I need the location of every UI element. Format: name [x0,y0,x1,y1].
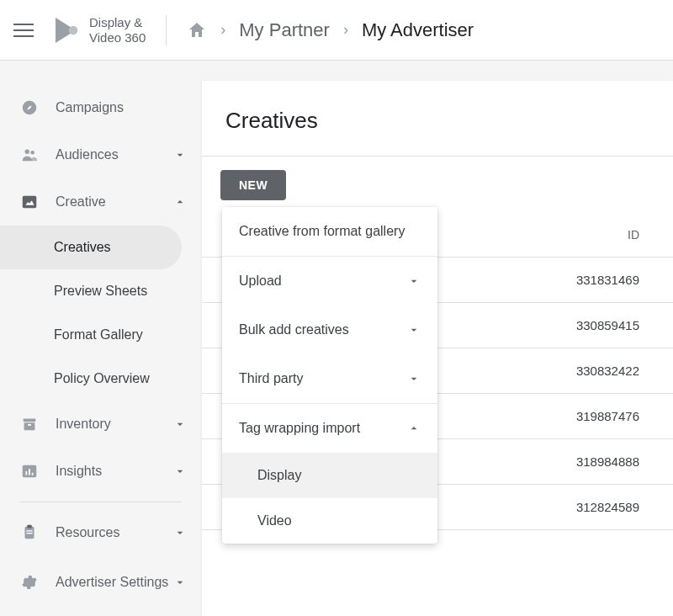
chevron-down-icon [173,576,187,589]
image-icon [20,193,39,211]
compass-icon [20,98,39,117]
sidebar-item-audiences[interactable]: Audiences [0,131,202,178]
menu-item-label: Creative from format gallery [239,224,405,239]
main-content: Creatives NEW Creative from format galle… [202,81,673,616]
svg-rect-6 [24,422,35,430]
sidebar-item-label: Insights [56,464,173,479]
sidebar-subitem-creatives[interactable]: Creatives [0,226,182,269]
new-button[interactable]: NEW [220,170,286,200]
clipboard-icon [20,523,39,542]
svg-rect-11 [32,473,34,475]
menu-item-tag-wrapping[interactable]: Tag wrapping import [222,404,437,453]
page-title: Creatives [202,81,673,157]
people-icon [20,146,39,164]
dv360-logo-icon [50,15,81,45]
chevron-down-icon [407,323,421,337]
menu-item-bulk-add[interactable]: Bulk add creatives [222,305,437,354]
menu-item-format-gallery[interactable]: Creative from format gallery [222,207,437,256]
cell-id: 331831469 [530,273,639,287]
menu-item-label: Bulk add creatives [239,322,349,337]
cell-id: 319887476 [530,409,639,423]
sidebar-item-label: Resources [56,525,173,540]
menu-subitem-video[interactable]: Video [222,498,437,544]
sidebar-item-label: Inventory [56,417,173,432]
sidebar-item-insights[interactable]: Insights [0,448,202,495]
sidebar-item-resources[interactable]: Resources [0,509,202,556]
cell-id: 312824589 [530,500,639,514]
sidebar-subitem-policy-overview[interactable]: Policy Overview [0,357,202,401]
menu-item-upload[interactable]: Upload [222,257,437,305]
svg-rect-9 [25,471,27,475]
svg-rect-14 [26,530,32,531]
chevron-down-icon [407,372,421,385]
menu-icon[interactable] [13,20,34,40]
chevron-down-icon [173,526,187,539]
sidebar-item-label: Format Gallery [54,327,143,343]
column-header-id[interactable]: ID [530,228,639,242]
app-header: Display & Video 360 › My Partner › My Ad… [0,0,673,61]
sidebar-item-history[interactable]: History [0,608,202,616]
menu-item-label: Tag wrapping import [239,421,360,436]
sidebar-item-label: Advertiser Settings [56,574,173,590]
breadcrumb-partner[interactable]: My Partner [239,19,330,41]
bar-chart-icon [20,462,39,481]
product-name-line2: Video 360 [89,30,146,45]
cell-id: 318984888 [530,454,639,469]
sidebar-item-label: Creatives [54,240,111,255]
toolbar: NEW Creative from format gallery Upload … [202,157,673,209]
sidebar-nav: Campaigns Audiences Creative Creatives P… [0,61,202,616]
chevron-down-icon [407,274,421,288]
svg-point-2 [25,150,30,155]
cell-id: 330859415 [530,318,639,332]
sidebar-item-label: Campaigns [56,100,187,115]
sidebar-item-label: Creative [56,194,173,210]
chevron-right-icon: › [343,21,348,39]
sidebar-subitem-preview-sheets[interactable]: Preview Sheets [0,269,202,313]
product-name-line1: Display & [89,15,146,29]
menu-subitem-display[interactable]: Display [222,453,437,498]
menu-item-third-party[interactable]: Third party [222,354,437,403]
menu-item-label: Display [257,468,301,483]
breadcrumb-advertiser[interactable]: My Advertiser [362,19,474,41]
menu-item-label: Third party [239,371,303,386]
svg-rect-7 [28,424,31,426]
sidebar-subitem-format-gallery[interactable]: Format Gallery [0,313,202,357]
sidebar-item-creative[interactable]: Creative [0,178,202,226]
svg-rect-15 [26,533,32,534]
home-icon[interactable] [187,20,207,40]
archive-icon [20,415,39,433]
sidebar-item-label: Preview Sheets [54,284,147,299]
svg-rect-13 [27,525,32,528]
chevron-up-icon [173,195,187,209]
sidebar-item-inventory[interactable]: Inventory [0,401,202,448]
gear-icon [20,573,39,592]
sidebar-item-label: Audiences [56,147,173,162]
svg-rect-10 [29,469,30,475]
sidebar-item-label: Policy Overview [54,371,150,386]
sidebar-item-advertiser-settings[interactable]: Advertiser Settings [0,556,202,608]
svg-point-0 [69,25,78,35]
chevron-down-icon [173,465,187,478]
chevron-up-icon [407,422,421,435]
svg-rect-4 [23,196,37,209]
chevron-down-icon [173,417,187,431]
new-dropdown-menu: Creative from format gallery Upload Bulk… [222,207,437,544]
menu-item-label: Upload [239,273,282,289]
cell-id: 330832422 [530,364,639,378]
svg-rect-5 [24,419,36,422]
divider [166,15,167,45]
svg-point-3 [30,151,34,155]
sidebar-item-campaigns[interactable]: Campaigns [0,84,202,131]
menu-item-label: Video [257,513,292,528]
product-logo[interactable]: Display & Video 360 [50,15,146,45]
chevron-right-icon: › [220,21,225,39]
divider [20,502,182,502]
chevron-down-icon [173,148,187,162]
